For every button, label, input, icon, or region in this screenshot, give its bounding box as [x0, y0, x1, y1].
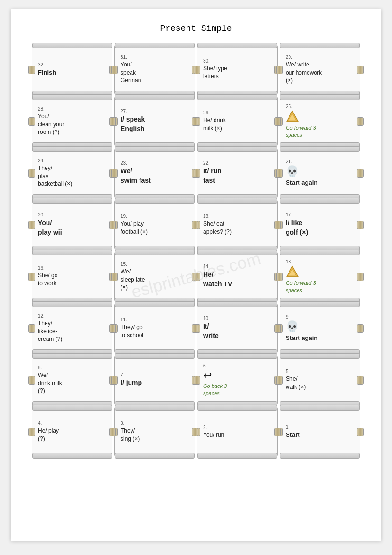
scroll-knob-right	[192, 324, 198, 333]
card-inner: 8.We/ drink milk (?)	[38, 360, 106, 400]
card-inner: 6.↩Go back 3 spaces	[203, 360, 271, 400]
card-text: They/ like ice- cream (?)	[38, 320, 106, 343]
scroll-knob-left	[28, 169, 35, 178]
card-inner: 16.She/ go to work	[38, 257, 106, 296]
card-text: He/ drink milk (×)	[203, 116, 271, 132]
scroll-knob-right	[274, 324, 281, 333]
card-number: 12.	[38, 313, 106, 319]
card-number: 11.	[121, 317, 189, 322]
card-1: 1.Start	[280, 407, 360, 457]
board-row-row8: 32.Finish31.You/ speak German30.She/ typ…	[25, 45, 367, 94]
card-inner: 32.Finish	[38, 50, 106, 89]
card-9: 9.💀Start again	[280, 303, 360, 353]
card-30: 30.She/ type letters	[197, 45, 278, 94]
card-8: 8.We/ drink milk (?)	[32, 355, 112, 405]
card-28: 28.You/ clean your room (?)	[32, 96, 112, 146]
card-inner: 12.They/ like ice- cream (?)	[38, 309, 106, 348]
scroll-knob-left	[276, 376, 283, 385]
scroll-knob-right	[109, 428, 116, 436]
card-inner: 26.He/ drink milk (×)	[203, 102, 271, 141]
arrow-back-icon: ↩	[203, 369, 271, 382]
card-text: You/ play football (×)	[121, 220, 189, 236]
card-text: Go forward 3 spaces	[286, 280, 354, 294]
skull-icon: 💀	[286, 165, 354, 178]
card-24: 24.They/ play basketball (×)	[32, 148, 112, 198]
card-number: 19.	[121, 214, 189, 219]
card-number: 2.	[203, 425, 271, 430]
card-inner: 10.It/ write	[203, 309, 271, 348]
scroll-knob-right	[357, 221, 364, 229]
card-number: 28.	[38, 106, 106, 112]
card-inner: 24.They/ play basketball (×)	[38, 153, 106, 193]
card-text: I/ like golf (×)	[286, 218, 354, 237]
card-inner: 17.I/ like golf (×)	[286, 205, 354, 245]
scroll-knob-left	[28, 324, 35, 333]
scroll-knob-left	[28, 221, 35, 229]
card-3: 3.They/ sing (×)	[114, 407, 195, 457]
card-number: 22.	[203, 160, 271, 166]
card-inner: 20.You/ play wii	[38, 205, 106, 245]
scroll-knob-left	[111, 66, 118, 74]
scroll-knob-left	[276, 169, 283, 178]
card-text: She/ walk (×)	[286, 375, 354, 391]
card-23: 23.We/ swim fast	[114, 148, 195, 198]
card-inner: 11.They/ go to school	[121, 309, 189, 348]
scroll-knob-right	[192, 117, 198, 126]
scroll-knob-right	[357, 117, 364, 126]
card-inner: 29.We/ write our homework (×)	[286, 50, 354, 89]
scroll-knob-left	[28, 428, 35, 436]
card-text: We/ swim fast	[121, 167, 189, 185]
board-row-row6: 24.They/ play basketball (×)23.We/ swim …	[25, 148, 367, 198]
card-text: We/ drink milk (?)	[38, 371, 106, 395]
card-number: 20.	[38, 212, 106, 217]
card-inner: 4.He/ play (?)	[38, 412, 106, 452]
scroll-knob-left	[276, 66, 283, 74]
card-inner: 1.Start	[286, 412, 354, 452]
scroll-knob-right	[192, 428, 198, 436]
card-text: Start again	[286, 334, 354, 342]
card-number: 27.	[121, 109, 189, 114]
card-4: 4.He/ play (?)	[32, 407, 112, 457]
card-text: We/ write our homework (×)	[286, 61, 354, 85]
card-inner: 31.You/ speak German	[121, 50, 189, 89]
scroll-knob-right	[274, 117, 281, 126]
card-27: 27.I/ speak English	[114, 96, 195, 146]
card-10: 10.It/ write	[197, 303, 278, 353]
scroll-knob-right	[357, 273, 364, 281]
scroll-knob-left	[194, 169, 200, 178]
card-12: 12.They/ like ice- cream (?)	[32, 303, 112, 353]
card-text: They/ go to school	[121, 323, 189, 339]
card-text: He/ watch TV	[203, 270, 271, 289]
card-text: We/ sleep late (×)	[121, 268, 189, 292]
card-inner: 7.I/ jump	[121, 360, 189, 400]
card-inner: 5.She/ walk (×)	[286, 360, 354, 400]
card-text: You/ run	[203, 431, 271, 439]
card-7: 7.I/ jump	[114, 355, 195, 405]
card-number: 25.	[286, 104, 354, 109]
triangle-icon	[286, 110, 354, 124]
scroll-knob-right	[357, 66, 364, 74]
page-title: Present Simple	[25, 24, 367, 33]
card-inner: 18.She/ eat apples? (?)	[203, 205, 271, 245]
card-text: He/ play (?)	[38, 427, 106, 443]
card-21: 21.💀Start again	[280, 148, 360, 198]
card-text: She/ go to work	[38, 272, 106, 288]
card-inner: 9.💀Start again	[286, 309, 354, 348]
card-number: 18.	[203, 214, 271, 219]
card-32: 32.Finish	[32, 45, 112, 94]
card-number: 14.	[203, 264, 271, 269]
card-number: 32.	[38, 62, 106, 67]
card-13: 13. Go forward 3 spaces	[280, 252, 360, 301]
scroll-knob-right	[109, 324, 116, 333]
card-number: 4.	[38, 421, 106, 426]
card-inner: 22.It/ run fast	[203, 153, 271, 193]
card-inner: 30.She/ type letters	[203, 50, 271, 89]
card-19: 19.You/ play football (×)	[114, 200, 195, 250]
scroll-knob-left	[276, 273, 283, 281]
card-inner: 25. Go forward 3 spaces	[286, 102, 354, 141]
board: 32.Finish31.You/ speak German30.She/ typ…	[25, 45, 367, 457]
card-20: 20.You/ play wii	[32, 200, 112, 250]
skull-icon: 💀	[286, 320, 354, 333]
card-number: 17.	[286, 212, 354, 217]
card-inner: 3.They/ sing (×)	[121, 412, 189, 452]
